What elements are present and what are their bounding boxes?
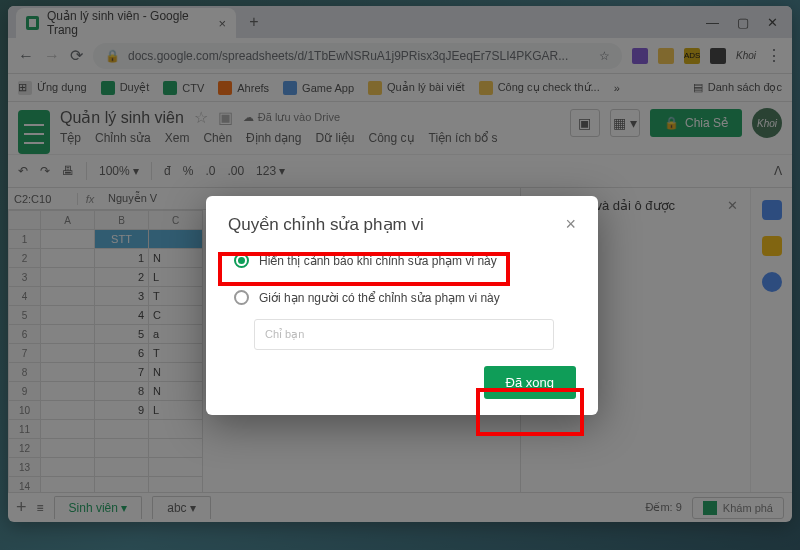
option-label: Giới hạn người có thể chỉnh sửa phạm vi … [259, 291, 500, 305]
radio-selected-icon [234, 253, 249, 268]
radio-icon [234, 290, 249, 305]
restrict-select: Chỉ bạn [254, 319, 554, 350]
close-icon[interactable]: × [565, 214, 576, 235]
option-label: Hiển thị cảnh báo khi chỉnh sửa phạm vi … [259, 254, 497, 268]
range-permissions-dialog: Quyền chỉnh sửa phạm vi × Hiển thị cảnh … [206, 196, 598, 415]
done-button[interactable]: Đã xong [484, 366, 576, 399]
option-restrict[interactable]: Giới hạn người có thể chỉnh sửa phạm vi … [228, 286, 576, 309]
dialog-title: Quyền chỉnh sửa phạm vi [228, 214, 424, 235]
option-show-warning[interactable]: Hiển thị cảnh báo khi chỉnh sửa phạm vi … [228, 249, 576, 272]
